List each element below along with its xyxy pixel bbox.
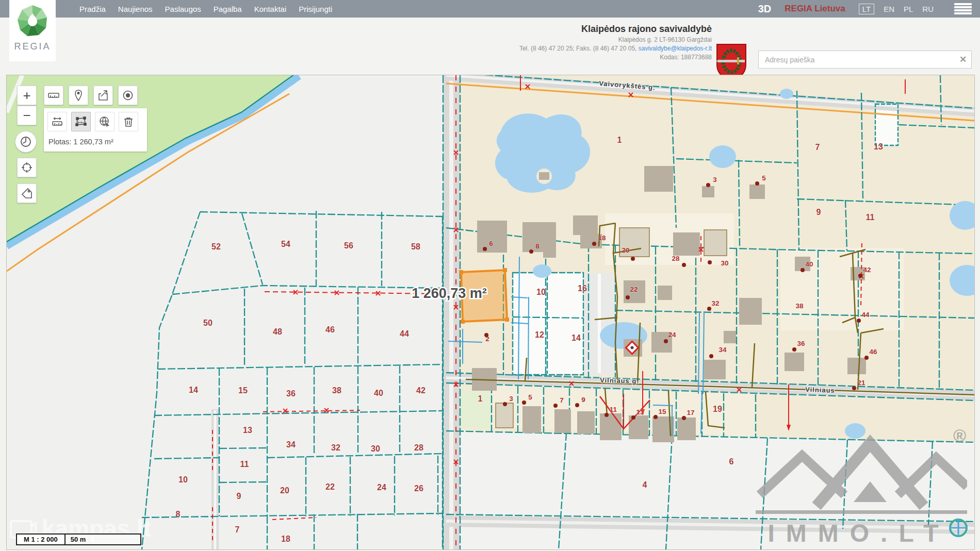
svg-text:7: 7 (235, 525, 240, 534)
menu-kontaktai[interactable]: Kontaktai (254, 5, 287, 13)
zoom-in-button[interactable]: + (17, 86, 37, 105)
svg-text:32: 32 (331, 443, 340, 452)
municipality-info: Klaipėdos rajono savivaldybė Klaipėdos g… (402, 24, 712, 61)
measure-tool-button[interactable] (44, 86, 63, 105)
svg-text:9: 9 (237, 492, 241, 500)
svg-text:54: 54 (281, 240, 290, 248)
municipality-contacts: Tel. (8 46) 47 20 25; Faks. (8 46) 47 20… (402, 45, 712, 52)
utility-symbol-icon (949, 519, 968, 537)
svg-text:58: 58 (411, 242, 420, 251)
svg-text:6: 6 (489, 240, 493, 247)
municipality-code: Kodas: 188773688 (402, 54, 712, 61)
svg-text:22: 22 (630, 286, 638, 293)
regia-logo-text: REGIA (9, 41, 56, 52)
export-icon (97, 90, 109, 101)
svg-text:18: 18 (598, 234, 606, 242)
svg-text:11: 11 (240, 460, 249, 469)
select-on-map-button[interactable] (95, 112, 115, 131)
svg-text:8: 8 (535, 242, 540, 250)
svg-text:28: 28 (672, 255, 680, 262)
svg-text:28: 28 (414, 443, 423, 452)
menu-paslaugos[interactable]: Paslaugos (165, 5, 201, 13)
measure-distance-button[interactable] (47, 112, 67, 131)
regia-lietuva-link[interactable]: REGIA Lietuva (785, 4, 845, 14)
zoom-out-button[interactable]: − (17, 106, 37, 125)
regia-gem-icon (16, 4, 49, 38)
crosshair-icon (21, 162, 32, 173)
svg-text:4: 4 (643, 480, 647, 489)
measure-width-icon (52, 116, 63, 127)
svg-text:22: 22 (325, 482, 335, 491)
svg-text:50: 50 (203, 319, 213, 327)
ruler-icon (48, 91, 59, 100)
svg-text:5: 5 (528, 393, 532, 401)
svg-text:1: 1 (617, 136, 622, 144)
svg-text:9: 9 (581, 396, 585, 404)
measure-panel: Plotas: 1 260,73 m² (44, 108, 147, 152)
svg-text:6: 6 (729, 457, 734, 466)
delete-measurement-button[interactable] (119, 112, 138, 131)
export-view-button[interactable] (93, 86, 113, 105)
svg-text:14: 14 (189, 386, 198, 394)
municipality-title: Klaipėdos rajono savivaldybė (402, 24, 712, 35)
globe-cursor-icon (99, 116, 110, 127)
svg-text:44: 44 (400, 329, 409, 338)
lang-lt[interactable]: LT (859, 4, 874, 14)
svg-text:13: 13 (636, 408, 644, 416)
svg-text:36: 36 (286, 389, 296, 398)
view-3d-button[interactable]: 3D (758, 3, 772, 15)
svg-text:34: 34 (286, 440, 296, 449)
municipality-email-link[interactable]: savivaldybe@klaipedos-r.lt (639, 45, 712, 52)
hamburger-menu-icon[interactable] (954, 3, 972, 14)
svg-text:38: 38 (332, 386, 341, 395)
svg-text:34: 34 (718, 346, 727, 354)
page-header: Klaipėdos rajono savivaldybė Klaipėdos g… (0, 18, 980, 75)
map-scale: M 1 : 2 000 50 m (16, 533, 141, 545)
label-tag-button[interactable] (17, 183, 37, 203)
search-clear-icon[interactable]: ✕ (955, 54, 971, 65)
svg-text:40: 40 (805, 260, 813, 268)
history-clock-button[interactable] (15, 131, 37, 153)
map-canvas[interactable]: 5254565850484644141536384042133432302811… (6, 75, 975, 550)
lang-pl[interactable]: PL (904, 5, 913, 13)
svg-text:46: 46 (325, 325, 335, 334)
svg-text:1: 1 (478, 394, 483, 403)
svg-text:30: 30 (371, 444, 380, 453)
menu-prisijungti[interactable]: Prisijungti (299, 5, 332, 13)
svg-text:Vilniaus: Vilniaus (805, 386, 835, 394)
track-location-button[interactable] (118, 86, 138, 105)
svg-text:52: 52 (211, 242, 221, 251)
main-menu: Pradžia Naujienos Paslaugos Pagalba Kont… (79, 0, 332, 18)
search-input[interactable] (759, 56, 955, 64)
svg-text:56: 56 (344, 241, 353, 250)
marker-pin-icon (74, 90, 83, 101)
lang-ru[interactable]: RU (922, 5, 934, 13)
svg-text:16: 16 (578, 284, 587, 293)
target-dot-icon (122, 90, 134, 101)
area-result-label: Plotas: 1 260,73 m² (48, 138, 142, 146)
menu-pagalba[interactable]: Pagalba (214, 5, 242, 13)
svg-text:10: 10 (178, 475, 188, 484)
locate-button[interactable] (17, 158, 37, 177)
svg-text:48: 48 (273, 327, 282, 336)
svg-text:11: 11 (866, 213, 875, 222)
svg-text:13: 13 (874, 142, 883, 151)
map-base-svg[interactable]: 5254565850484644141536384042133432302811… (7, 75, 974, 549)
svg-text:24: 24 (668, 331, 676, 339)
clock-icon (20, 136, 31, 147)
parcel-boundaries-west (142, 211, 443, 549)
menu-pradzia[interactable]: Pradžia (79, 5, 106, 13)
menu-naujienos[interactable]: Naujienos (118, 5, 153, 13)
svg-text:3: 3 (713, 176, 717, 183)
svg-text:15: 15 (658, 408, 666, 415)
svg-text:3: 3 (509, 395, 513, 403)
svg-text:1 260,73 m²: 1 260,73 m² (412, 286, 487, 301)
regia-logo[interactable]: REGIA (9, 0, 56, 61)
svg-text:42: 42 (863, 266, 871, 274)
add-marker-button[interactable] (69, 86, 88, 105)
svg-text:7: 7 (815, 143, 820, 152)
language-switcher: LT EN PL RU (859, 4, 934, 14)
measure-area-button[interactable] (71, 112, 91, 131)
municipality-address: Klaipėdos g. 2 LT-96130 Gargždai (402, 36, 712, 43)
lang-en[interactable]: EN (884, 5, 894, 13)
